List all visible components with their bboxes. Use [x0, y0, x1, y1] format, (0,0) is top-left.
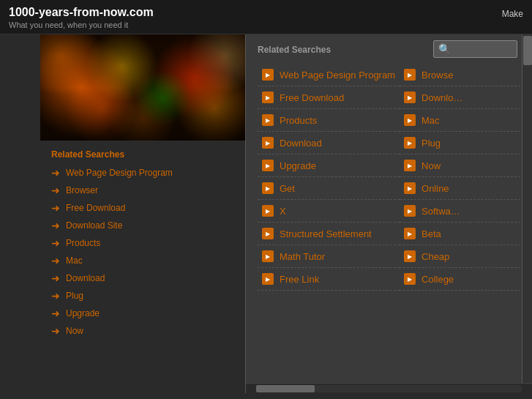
search-item-label: Free Download — [280, 92, 344, 103]
search-item-icon — [404, 160, 416, 171]
search-item-label: Structured Settlement — [280, 228, 372, 239]
search-item-label: Download — [280, 138, 322, 149]
left-search-item[interactable]: ➜Now — [51, 325, 238, 337]
left-arrow-icon: ➜ — [51, 290, 60, 302]
right-search-item[interactable]: X — [258, 200, 400, 223]
search-item-label: Web Page Design Program — [280, 70, 395, 81]
search-item-icon — [404, 228, 416, 239]
search-item-icon — [262, 69, 274, 81]
related-searches-panel: Related Searches Web Page Design Program… — [246, 34, 532, 301]
right-search-item[interactable]: Download — [258, 132, 400, 154]
search-item-label: Cheap — [422, 251, 449, 262]
search-item-label: Browse — [422, 70, 453, 81]
left-search-item[interactable]: ➜Download Site — [51, 220, 238, 231]
search-item-icon — [262, 160, 274, 171]
search-item-label: Downlo… — [422, 92, 462, 103]
search-item-icon — [404, 205, 416, 217]
left-search-item[interactable]: ➜Products — [51, 237, 238, 249]
search-item-label: Plug — [422, 138, 441, 149]
left-arrow-icon: ➜ — [51, 272, 60, 284]
left-search-item[interactable]: ➜Web Page Design Program — [51, 167, 238, 179]
main-area: Related Searches ➜Web Page Design Progra… — [0, 34, 532, 393]
right-search-item[interactable]: College — [400, 268, 520, 291]
right-search-item[interactable]: Free Link — [258, 268, 400, 291]
search-item-icon — [404, 69, 416, 81]
search-item-label: Beta — [422, 228, 441, 239]
search-item-icon — [262, 250, 274, 262]
right-search-item[interactable]: Downlo… — [400, 86, 520, 109]
top-bar: 1000-years-from-now.com What you need, w… — [0, 0, 532, 34]
left-arrow-icon: ➜ — [51, 202, 60, 214]
search-item-icon — [262, 205, 274, 217]
left-item-label: Products — [66, 238, 100, 248]
search-item-label: Softwa… — [422, 206, 460, 217]
search-item-label: Upgrade — [280, 160, 316, 171]
right-panel: 🔍 Related Searches Web Page Design Progr… — [245, 34, 532, 393]
right-search-item[interactable]: Now — [400, 154, 520, 177]
search-box-area[interactable]: 🔍 — [433, 40, 517, 58]
make-link[interactable]: Make — [502, 9, 523, 19]
search-input[interactable] — [454, 44, 512, 54]
site-subtitle: What you need, when you need it — [9, 20, 154, 29]
left-items-list: ➜Web Page Design Program➜Browser➜Free Do… — [51, 167, 238, 337]
left-arrow-icon: ➜ — [51, 307, 60, 319]
search-item-label: College — [422, 274, 454, 285]
left-search-item[interactable]: ➜Upgrade — [51, 307, 238, 319]
search-item-label: Math Tutor — [280, 251, 325, 262]
search-item-label: Free Link — [280, 274, 319, 285]
left-arrow-icon: ➜ — [51, 255, 60, 266]
search-item-icon — [404, 273, 416, 285]
right-search-item[interactable]: Cheap — [400, 245, 520, 268]
left-arrow-icon: ➜ — [51, 167, 60, 179]
right-search-item[interactable]: Softwa… — [400, 200, 520, 223]
scrollbar[interactable] — [522, 34, 532, 393]
left-panel: Related Searches ➜Web Page Design Progra… — [0, 34, 245, 393]
right-search-item[interactable]: Mac — [400, 109, 520, 132]
right-search-item[interactable]: Products — [258, 109, 400, 132]
left-arrow-icon: ➜ — [51, 184, 60, 196]
right-search-item[interactable]: Free Download — [258, 86, 400, 109]
left-search-item[interactable]: ➜Plug — [51, 290, 238, 302]
left-item-label: Now — [66, 326, 83, 336]
left-item-label: Download — [66, 273, 105, 283]
right-search-item[interactable]: Plug — [400, 132, 520, 154]
right-search-item[interactable]: Online — [400, 177, 520, 200]
left-related-searches-title: Related Searches — [51, 149, 238, 160]
search-item-icon — [262, 228, 274, 239]
left-item-label: Mac — [66, 256, 83, 266]
left-arrow-icon: ➜ — [51, 220, 60, 231]
left-arrow-icon: ➜ — [51, 325, 60, 337]
scroll-thumb[interactable] — [523, 36, 532, 65]
right-search-item[interactable]: Browse — [400, 64, 520, 86]
search-item-label: Now — [422, 160, 441, 171]
left-search-item[interactable]: ➜Mac — [51, 255, 238, 266]
search-item-icon — [404, 92, 416, 103]
left-item-label: Browser — [66, 185, 98, 195]
right-search-item[interactable]: Web Page Design Program — [258, 64, 400, 86]
left-item-label: Download Site — [66, 220, 122, 231]
right-search-item[interactable]: Structured Settlement — [258, 223, 400, 245]
right-search-item[interactable]: Beta — [400, 223, 520, 245]
search-item-label: Products — [280, 115, 317, 126]
search-item-label: X — [280, 206, 286, 217]
search-item-label: Online — [422, 183, 449, 194]
bokeh-overlay — [40, 34, 245, 141]
searches-grid: Web Page Design ProgramBrowseFree Downlo… — [258, 64, 520, 291]
left-item-label: Free Download — [66, 203, 125, 213]
left-arrow-icon: ➜ — [51, 237, 60, 249]
site-title: 1000-years-from-now.com — [9, 6, 154, 19]
left-search-item[interactable]: ➜Download — [51, 272, 238, 284]
right-search-item[interactable]: Get — [258, 177, 400, 200]
search-item-label: Get — [280, 183, 295, 194]
bottom-scrollbar[interactable] — [246, 383, 532, 393]
right-search-item[interactable]: Math Tutor — [258, 245, 400, 268]
left-item-label: Upgrade — [66, 308, 100, 318]
bottom-scroll-track — [256, 385, 522, 392]
left-item-label: Web Page Design Program — [66, 168, 173, 178]
right-search-item[interactable]: Upgrade — [258, 154, 400, 177]
search-item-icon — [262, 114, 274, 126]
search-item-icon — [262, 92, 274, 103]
left-search-item[interactable]: ➜Free Download — [51, 202, 238, 214]
bottom-scroll-thumb[interactable] — [256, 385, 315, 392]
left-search-item[interactable]: ➜Browser — [51, 184, 238, 196]
